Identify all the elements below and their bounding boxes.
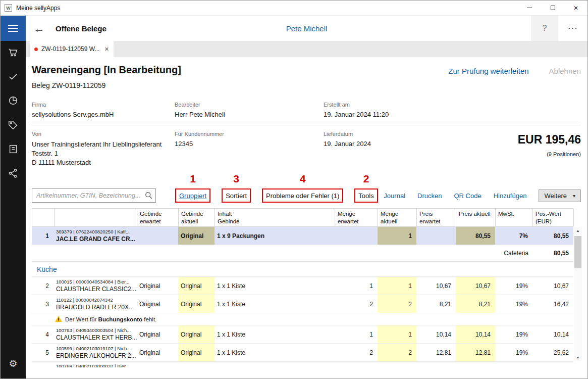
- gruppiert-button[interactable]: Gruppiert: [179, 192, 206, 200]
- pos-wert-cell: 80,55: [532, 227, 573, 245]
- preis-erwartet-cell: 10,14: [416, 325, 456, 343]
- document-total-block: EUR 195,46 (9 Positionen): [445, 131, 581, 167]
- row-number: 4: [32, 325, 54, 343]
- annotation-box-3: 3 Sortiert: [222, 188, 251, 203]
- cart-icon: [8, 46, 19, 60]
- search-box: [32, 188, 156, 203]
- row-number: 5: [32, 344, 54, 361]
- column-header-preis_erw[interactable]: Preis erwartet: [417, 209, 456, 226]
- column-header-gebe[interactable]: Gebinde erwartet: [137, 209, 179, 226]
- menge-erwartet-cell: 2: [335, 295, 378, 313]
- item-description: 100783 | 04053400003504 | Nich...CLAUSTH…: [54, 325, 137, 343]
- preis-aktuell-cell: 8,21: [456, 295, 495, 313]
- table-row[interactable]: 3110122 | 00000042074342BRAUGOLD RADLER …: [32, 295, 573, 313]
- column-header-num[interactable]: [32, 209, 55, 226]
- inhalt-gebinde-cell: 1 x 1 Kiste: [215, 295, 335, 313]
- back-button[interactable]: ←: [34, 23, 44, 34]
- weitere-dropdown[interactable]: Weitere ▾: [539, 190, 581, 202]
- field-label: Bearbeiter: [175, 102, 324, 108]
- scroll-up-icon[interactable]: ▲: [574, 227, 582, 234]
- table-row[interactable]: 5100599 | 04002103019107 | Nich...ERDING…: [32, 344, 573, 362]
- annotation-box-4: 4 Probleme oder Fehler (1): [262, 188, 343, 203]
- row-number: 1: [32, 227, 54, 245]
- probleme-oder-fehler-button[interactable]: Probleme oder Fehler (1): [266, 192, 339, 200]
- field-value: 19. Januar 2024 11:20: [324, 111, 581, 118]
- menge-erwartet-cell: 1: [335, 277, 378, 295]
- sidebar-item-documents[interactable]: [1, 138, 26, 162]
- column-header-geba[interactable]: Gebinde aktuell: [179, 209, 215, 226]
- column-header-inhalt[interactable]: Inhalt Gebinde: [215, 209, 335, 226]
- group-header-row[interactable]: Küche: [32, 262, 573, 277]
- column-header-pos[interactable]: Pos.-Wert (EUR): [533, 209, 574, 226]
- minimize-button[interactable]: [518, 1, 541, 16]
- toolbar-links: Journal Drucken QR Code Hinzufügen: [384, 192, 526, 200]
- journal-link[interactable]: Journal: [384, 192, 405, 200]
- search-input[interactable]: [32, 188, 156, 203]
- table-row[interactable]: 2100015 | 00000040534084 | Bier...CLAUST…: [32, 277, 573, 295]
- hinzufuegen-link[interactable]: Hinzufügen: [494, 192, 527, 200]
- mwst-cell: 19%: [495, 325, 532, 343]
- titlebar: W Meine sellyApps ✕: [1, 1, 587, 16]
- forward-for-review-action[interactable]: Zur Prüfung weiterleiten: [448, 67, 528, 75]
- sidebar: ⚙: [1, 16, 26, 378]
- tools-button[interactable]: Tools: [358, 192, 373, 200]
- table-row[interactable]: 4100783 | 04053400003504 | Nich...CLAUST…: [32, 325, 573, 344]
- table-row[interactable]: 1369379 | 07622400820250 | Kaff...JAC.LE…: [32, 227, 573, 245]
- item-code: 100015 | 00000040534084 | Bier...: [56, 279, 129, 285]
- annotation-number-3: 3: [233, 173, 239, 185]
- tab-beleg[interactable]: ZW-0119-112059 W... ✕: [30, 41, 114, 57]
- item-name: CLAUSTHALER EXT HERB...: [56, 334, 137, 341]
- column-header-menge_erw[interactable]: Menge erwartet: [335, 209, 378, 226]
- sidebar-item-purchases[interactable]: [1, 41, 26, 65]
- menge-aktuell-cell: 1: [378, 325, 416, 343]
- gebinde-erwartet-cell: [137, 227, 178, 245]
- chevron-down-icon: ▾: [573, 193, 575, 199]
- item-description: 100599 | 04002103019107 | Nich...ERDINGE…: [54, 344, 137, 361]
- sidebar-item-settings[interactable]: ⚙: [1, 351, 26, 375]
- field-value: sellysolutions Serv.ges.mbH: [32, 111, 175, 118]
- maximize-button[interactable]: [541, 1, 564, 16]
- annotation-box-1: 1 Gruppiert: [175, 188, 210, 203]
- scrollbar-thumb[interactable]: [574, 236, 581, 268]
- drucken-link[interactable]: Drucken: [417, 192, 442, 200]
- hamburger-menu-button[interactable]: [1, 16, 26, 41]
- column-header-desc[interactable]: [55, 209, 137, 226]
- preis-erwartet-cell: [416, 227, 456, 245]
- sortiert-button[interactable]: Sortiert: [226, 192, 247, 200]
- menge-aktuell-cell: 2: [378, 295, 416, 313]
- field-kundennummer: Für Kundennummer 12345: [175, 131, 324, 167]
- divider: [32, 125, 581, 125]
- scroll-down-icon[interactable]: ▼: [574, 354, 582, 361]
- field-label: Für Kundennummer: [175, 131, 324, 137]
- field-label: Von: [32, 131, 175, 137]
- view-toggle-buttons: 1 Gruppiert 3 Sortiert 4 Probleme oder F…: [175, 188, 378, 203]
- tab-label: ZW-0119-112059 W...: [41, 45, 99, 53]
- sidebar-item-tasks[interactable]: [1, 65, 26, 89]
- pie-chart-icon: [8, 95, 19, 108]
- current-user[interactable]: Pete Michell: [26, 24, 587, 33]
- qr-code-link[interactable]: QR Code: [454, 192, 481, 200]
- table-row-partial[interactable]: 100769 | 04002103000037 | Bier...: [32, 362, 573, 367]
- reject-action[interactable]: Ablehnen: [549, 67, 581, 75]
- scrollbar-track[interactable]: [574, 234, 582, 354]
- sidebar-item-network[interactable]: [1, 162, 26, 186]
- help-button[interactable]: ?: [531, 16, 558, 41]
- tab-close-icon[interactable]: ✕: [104, 46, 109, 53]
- column-header-preis_akt[interactable]: Preis aktuell: [456, 209, 496, 226]
- more-options-button[interactable]: ···: [558, 16, 587, 41]
- search-icon[interactable]: [144, 191, 153, 202]
- gebinde-erwartet-cell: Original: [137, 277, 178, 295]
- share-network-icon: [8, 168, 19, 181]
- sidebar-item-reports[interactable]: [1, 89, 26, 114]
- items-table: Gebinde erwartetGebinde aktuellInhalt Ge…: [32, 208, 582, 367]
- column-header-menge_akt[interactable]: Menge aktuell: [378, 209, 417, 226]
- supplier-city: D 11111 Musterstadt: [32, 158, 175, 167]
- table-scrollbar[interactable]: ▲ ▼: [574, 227, 582, 361]
- close-button[interactable]: ✕: [564, 1, 587, 16]
- sidebar-item-prices[interactable]: [1, 114, 26, 138]
- preis-aktuell-cell: 80,55: [456, 227, 495, 245]
- item-description: 100015 | 00000040534084 | Bier...CLAUSTH…: [54, 277, 137, 295]
- mwst-cell: 19%: [495, 344, 532, 361]
- gebinde-erwartet-cell: Original: [137, 325, 178, 343]
- column-header-mwst[interactable]: MwSt.: [496, 209, 533, 226]
